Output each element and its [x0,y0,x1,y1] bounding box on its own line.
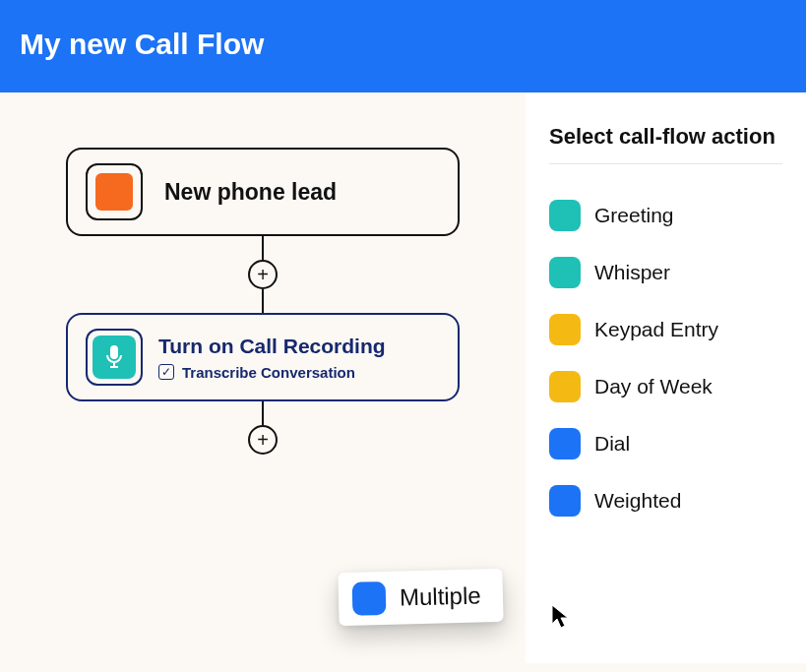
action-item-greeting[interactable]: Greeting [549,200,782,231]
action-list: GreetingWhisperKeypad EntryDay of WeekDi… [549,200,782,517]
cursor-icon [551,604,573,630]
node-sub-label: Transcribe Conversation [182,364,355,381]
sidebar-title: Select call-flow action [549,124,782,164]
add-node-button[interactable]: + [248,425,278,455]
action-label: Greeting [594,204,674,227]
transcribe-checkbox[interactable]: ✓ [158,364,174,380]
action-item-day-of-week[interactable]: Day of Week [549,371,782,402]
add-node-button[interactable]: + [248,260,278,289]
drag-chip-label: Multiple [400,581,481,611]
action-item-whisper[interactable]: Whisper [549,257,782,288]
swatch-icon [549,371,581,402]
swatch-icon [549,314,581,345]
node-sub-row: ✓ Transcribe Conversation [158,364,386,381]
action-label: Dial [594,432,630,456]
connector-line [262,289,264,313]
node-body: Turn on Call Recording ✓ Transcribe Conv… [158,335,386,381]
mic-icon [93,336,136,379]
action-label: Whisper [594,261,670,284]
action-label: Day of Week [594,375,713,398]
swatch-icon [549,485,581,517]
action-item-dial[interactable]: Dial [549,428,782,459]
action-label: Keypad Entry [594,318,718,341]
node-icon-box [86,329,143,386]
square-icon [95,173,133,211]
swatch-icon [549,428,581,459]
svg-rect-0 [110,345,118,359]
swatch-icon [549,257,581,288]
connector-line [262,236,264,260]
action-label: Weighted [594,489,681,513]
node-label: New phone lead [164,179,337,206]
header: My new Call Flow [0,0,806,92]
drag-chip-multiple[interactable]: Multiple [338,569,503,626]
flow-node-new-lead[interactable]: New phone lead [66,148,460,236]
swatch-icon [549,200,581,231]
connector-line [262,401,264,425]
square-icon [352,581,387,616]
node-title: Turn on Call Recording [158,335,386,358]
flow-node-call-recording[interactable]: Turn on Call Recording ✓ Transcribe Conv… [66,313,460,401]
action-sidebar: Select call-flow action GreetingWhisperK… [526,92,806,663]
action-item-weighted[interactable]: Weighted [549,485,782,517]
page-title: My new Call Flow [20,28,786,61]
node-icon-box [86,163,143,220]
action-item-keypad-entry[interactable]: Keypad Entry [549,314,782,345]
